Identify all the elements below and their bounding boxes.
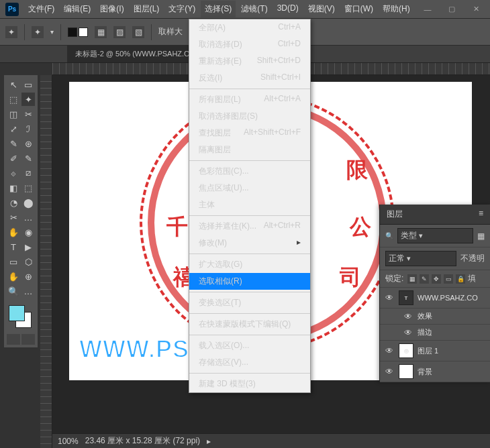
menu-1[interactable]: 编辑(E)	[60, 1, 95, 17]
menu-item-11[interactable]: 焦点区域(U)...	[189, 180, 310, 197]
menu-item-25[interactable]: 存储选区(V)...	[189, 354, 310, 371]
menu-0[interactable]: 文件(F)	[24, 1, 58, 17]
menu-item-7[interactable]: 查找图层Alt+Shift+Ctrl+F	[189, 125, 310, 142]
tool-17[interactable]: ⬤	[21, 196, 35, 209]
menu-item-6[interactable]: 取消选择图层(S)	[189, 108, 310, 125]
tool-1[interactable]: ▭	[21, 78, 35, 91]
tool-15[interactable]: ⬚	[21, 181, 35, 194]
menu-item-5[interactable]: 所有图层(L)Alt+Ctrl+A	[189, 91, 310, 108]
tool-7[interactable]: ℐ	[21, 122, 35, 135]
tool-28[interactable]: 🔍	[7, 284, 20, 298]
tool-25[interactable]: ⬡	[21, 255, 35, 268]
menu-item-3[interactable]: 反选(I)Shift+Ctrl+I	[189, 70, 310, 87]
layer-row-4[interactable]: 👁背景	[380, 361, 490, 382]
tool-29[interactable]: …	[21, 284, 35, 298]
minimize-button[interactable]: —	[419, 3, 436, 16]
menu-8[interactable]: 视图(V)	[304, 1, 339, 17]
menu-item-20[interactable]: 变换选区(T)	[189, 294, 310, 311]
menu-7[interactable]: 3D(D)	[273, 1, 303, 17]
tool-20[interactable]: ✋	[7, 225, 20, 239]
tool-0[interactable]: ↖	[7, 78, 20, 91]
layers-panel: 图层≡ 🔍 类型 ▾ ▦ 正常 ▾ 不透明 锁定: ▦ ✎ ✥ ▭ 🔒 填 👁T…	[379, 205, 490, 382]
menu-9[interactable]: 窗口(W)	[340, 1, 377, 17]
tool-18[interactable]: ✂	[7, 211, 20, 224]
tool-24[interactable]: ▭	[7, 255, 20, 268]
close-button[interactable]: ✕	[467, 3, 485, 16]
tool-10[interactable]: ✐	[7, 152, 20, 165]
status-bar: 100% 23.46 厘米 x 15.28 厘米 (72 ppi) ▸	[52, 433, 490, 448]
status-arrow-icon[interactable]: ▸	[207, 437, 211, 446]
menu-6[interactable]: 滤镜(T)	[237, 1, 271, 17]
visibility-icon[interactable]: 👁	[385, 346, 395, 355]
menu-item-17[interactable]: 扩大选取(G)	[189, 256, 310, 273]
mode-sub-icon[interactable]: ▨	[113, 26, 126, 38]
tool-8[interactable]: ✎	[7, 137, 20, 150]
visibility-icon[interactable]: 👁	[385, 293, 395, 302]
layer-row-1[interactable]: 👁效果	[380, 309, 490, 325]
menu-item-12[interactable]: 主体	[189, 197, 310, 213]
tool-23[interactable]: ▶	[21, 240, 35, 254]
fg-color[interactable]	[9, 305, 25, 321]
menu-item-1[interactable]: 取消选择(D)Ctrl+D	[189, 36, 310, 53]
screen-mode[interactable]	[7, 334, 35, 345]
wand-icon[interactable]: ✦	[32, 26, 44, 38]
layer-row-3[interactable]: 👁◎图层 1	[380, 341, 490, 361]
menu-4[interactable]: 文字(Y)	[164, 1, 199, 17]
menu-item-14[interactable]: 选择并遮住(K)...Alt+Ctrl+R	[189, 218, 310, 235]
visibility-icon[interactable]: 👁	[404, 312, 413, 321]
tool-2[interactable]: ⬚	[7, 93, 20, 106]
tool-12[interactable]: ⟐	[7, 166, 20, 180]
tool-3[interactable]: ✦	[21, 93, 35, 106]
menu-5[interactable]: 选择(S)	[201, 1, 236, 17]
blend-mode-select[interactable]: 正常 ▾	[385, 251, 456, 266]
tool-19[interactable]: …	[21, 211, 35, 224]
menu-item-10[interactable]: 色彩范围(C)...	[189, 163, 310, 180]
maximize-button[interactable]: ▢	[443, 3, 460, 16]
menu-10[interactable]: 帮助(H)	[379, 1, 414, 17]
panel-title[interactable]: 图层	[387, 209, 403, 220]
menu-item-8[interactable]: 隔离图层	[189, 142, 310, 158]
doc-dimensions[interactable]: 23.46 厘米 x 15.28 厘米 (72 ppi)	[85, 435, 200, 447]
layer-filter-kind[interactable]: 类型 ▾	[397, 228, 473, 243]
panel-menu-icon[interactable]: ≡	[479, 209, 483, 220]
tool-9[interactable]: ⊛	[21, 137, 35, 150]
lock-move-icon[interactable]: ✥	[432, 274, 441, 284]
lock-all-icon[interactable]: 🔒	[456, 274, 465, 284]
tool-4[interactable]: ◫	[7, 107, 20, 121]
menu-item-0[interactable]: 全部(A)Ctrl+A	[189, 19, 310, 36]
lock-row: 锁定: ▦ ✎ ✥ ▭ 🔒 填	[380, 270, 490, 288]
visibility-icon[interactable]: 👁	[385, 367, 395, 376]
visibility-icon[interactable]: 👁	[404, 328, 413, 337]
mode-int-icon[interactable]: ▧	[132, 26, 144, 38]
lock-brush-icon[interactable]: ✎	[420, 274, 429, 284]
layer-row-0[interactable]: 👁TWWW.PSAHZ.CO	[380, 288, 490, 309]
tool-21[interactable]: ◉	[21, 225, 35, 239]
titlebar: Ps 文件(F)编辑(E)图像(I)图层(L)文字(Y)选择(S)滤镜(T)3D…	[0, 0, 490, 19]
menu-2[interactable]: 图像(I)	[96, 1, 128, 17]
menu-item-22[interactable]: 在快速蒙版模式下编辑(Q)	[189, 316, 310, 333]
filter-img-icon[interactable]: ▦	[477, 231, 485, 241]
color-swatches[interactable]	[7, 303, 34, 330]
tool-6[interactable]: ⤢	[7, 122, 20, 135]
tool-13[interactable]: ⧄	[21, 166, 35, 180]
menu-3[interactable]: 图层(L)	[130, 1, 164, 17]
tool-27[interactable]: ⊕	[21, 270, 35, 283]
zoom-level[interactable]: 100%	[58, 437, 79, 446]
ruler-vertical[interactable]	[40, 75, 52, 448]
tool-11[interactable]: ✎	[21, 152, 35, 165]
tool-14[interactable]: ◧	[7, 181, 20, 194]
layer-row-2[interactable]: 👁描边	[380, 325, 490, 341]
menu-item-18[interactable]: 选取相似(R)	[189, 273, 310, 290]
tool-preset-icon[interactable]: ✦	[5, 26, 17, 38]
tool-palette: ↖▭⬚✦◫✂⤢ℐ✎⊛✐✎⟐⧄◧⬚◔⬤✂…✋◉T▶▭⬡✋⊕🔍…	[4, 75, 38, 347]
mode-add-icon[interactable]: ▦	[95, 26, 107, 38]
tool-22[interactable]: T	[7, 240, 20, 254]
tool-16[interactable]: ◔	[7, 196, 20, 209]
lock-artboard-icon[interactable]: ▭	[444, 274, 453, 284]
menu-item-24[interactable]: 载入选区(O)...	[189, 337, 310, 354]
selection-mode[interactable]	[68, 27, 88, 37]
tool-26[interactable]: ✋	[7, 270, 20, 283]
lock-pixels-icon[interactable]: ▦	[407, 274, 417, 284]
tool-5[interactable]: ✂	[21, 107, 35, 121]
menu-item-15[interactable]: 修改(M)	[189, 235, 310, 251]
